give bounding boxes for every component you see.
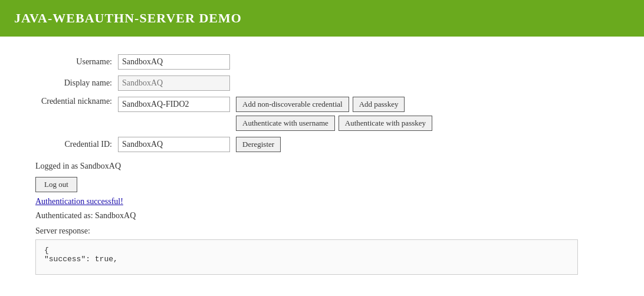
server-response-line1: { [44,246,49,255]
authenticate-username-button[interactable]: Authenticate with username [236,116,335,131]
username-label: Username: [35,57,118,67]
credential-id-label: Credential ID: [35,140,118,149]
authenticated-as: Authenticated as: SandboxAQ [35,211,609,221]
display-name-label: Display name: [35,78,118,88]
credential-buttons-group: Add non-discoverable credential Add pass… [236,97,432,131]
server-response-box: { "success": true, [35,239,578,275]
authenticate-passkey-button[interactable]: Authenticate with passkey [339,116,432,131]
display-name-input[interactable] [118,75,230,91]
app-title: JAVA-WEBAUTHN-SERVER DEMO [14,11,630,26]
buttons-row-1: Add non-discoverable credential Add pass… [236,97,432,112]
credential-nickname-input[interactable] [118,97,230,112]
auth-success-link[interactable]: Authentication successful! [35,197,609,206]
add-passkey-button[interactable]: Add passkey [353,97,405,112]
add-non-discoverable-button[interactable]: Add non-discoverable credential [236,97,349,112]
logged-in-status: Logged in as SandboxAQ [35,162,609,171]
app-header: JAVA-WEBAUTHN-SERVER DEMO [0,0,644,37]
credential-nickname-row: Credential nickname: Add non-discoverabl… [35,97,609,131]
server-response-line2: "success": true, [44,255,118,264]
server-response-label: Server response: [35,226,609,236]
deregister-button[interactable]: Deregister [236,137,281,152]
display-name-row: Display name: [35,75,609,91]
credential-id-row: Credential ID: Deregister [35,137,609,152]
credential-nickname-label: Credential nickname: [35,97,118,106]
username-row: Username: [35,54,609,70]
logout-button[interactable]: Log out [35,177,77,192]
buttons-row-2: Authenticate with username Authenticate … [236,116,432,131]
main-content: Username: Display name: Credential nickn… [0,54,644,275]
username-input[interactable] [118,54,230,70]
credential-id-input[interactable] [118,137,230,152]
